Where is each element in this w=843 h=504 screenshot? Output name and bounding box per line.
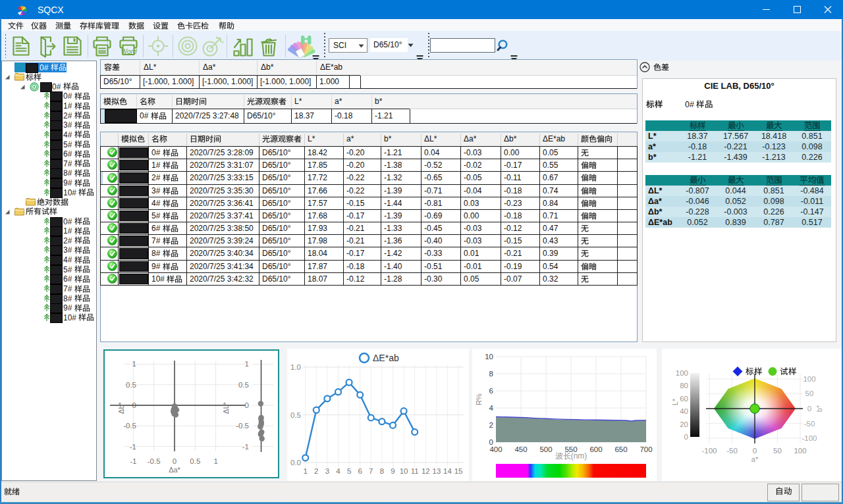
svg-text:11: 11	[411, 467, 419, 475]
svg-text:2: 2	[314, 467, 318, 475]
svg-text:1: 1	[303, 467, 307, 475]
svg-text:4: 4	[336, 467, 340, 475]
svg-text:-0.5: -0.5	[123, 422, 136, 430]
svg-text:700: 700	[639, 445, 652, 453]
svg-text:6: 6	[489, 387, 493, 395]
svg-text:0: 0	[245, 401, 249, 409]
svg-text:-1: -1	[242, 443, 249, 451]
svg-text:Word: Word	[121, 48, 137, 55]
svg-text:-1: -1	[130, 457, 136, 465]
svg-text:450: 450	[514, 445, 527, 453]
svg-text:8: 8	[380, 467, 384, 475]
svg-text:8: 8	[489, 370, 493, 378]
svg-text:0.5: 0.5	[238, 381, 249, 389]
svg-text:15: 15	[454, 467, 463, 475]
svg-text:5: 5	[347, 467, 351, 475]
svg-text:10: 10	[400, 467, 408, 475]
svg-text:1: 1	[245, 360, 249, 368]
svg-text:0.5: 0.5	[290, 411, 301, 419]
svg-text:7: 7	[369, 467, 373, 475]
svg-text:2: 2	[489, 421, 493, 429]
svg-text:1: 1	[132, 360, 136, 368]
svg-text:0.5: 0.5	[190, 457, 200, 465]
svg-text:1.0: 1.0	[290, 363, 301, 371]
svg-text:-0.5: -0.5	[148, 457, 161, 465]
svg-text:10: 10	[485, 353, 493, 361]
svg-text:-1: -1	[130, 443, 136, 451]
svg-text:0.0: 0.0	[290, 459, 301, 466]
svg-text:Δa*: Δa*	[169, 466, 180, 474]
svg-text:12: 12	[422, 467, 430, 475]
svg-text:4: 4	[489, 404, 494, 412]
svg-text:400: 400	[489, 445, 502, 453]
svg-text:6: 6	[358, 467, 362, 475]
svg-text:ΔL*: ΔL*	[222, 401, 230, 413]
svg-text:-0.5: -0.5	[236, 422, 249, 430]
svg-text:Δb*: Δb*	[117, 401, 125, 413]
svg-text:ΔE*ab: ΔE*ab	[373, 353, 399, 363]
svg-text:3: 3	[325, 467, 329, 475]
svg-text:13: 13	[433, 467, 441, 475]
svg-text:R%: R%	[475, 393, 483, 405]
svg-text:0: 0	[173, 457, 177, 465]
svg-text:0.5: 0.5	[126, 381, 136, 389]
svg-text:1: 1	[213, 457, 217, 465]
svg-text:9: 9	[391, 467, 394, 475]
svg-text:650: 650	[614, 445, 627, 453]
svg-text:14: 14	[443, 467, 452, 475]
